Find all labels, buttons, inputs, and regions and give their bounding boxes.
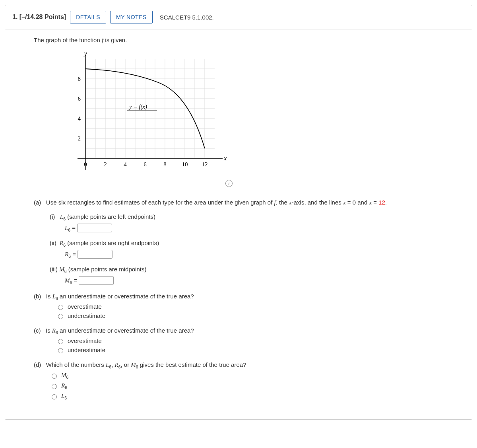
svg-text:6: 6 <box>78 95 81 102</box>
c-under-radio[interactable] <box>58 348 63 353</box>
part-a-text: Use six rectangles to find estimates of … <box>46 199 387 206</box>
b-under-radio[interactable] <box>58 314 63 319</box>
part-a: (a) Use six rectangles to find estimates… <box>34 199 461 285</box>
svg-text:4: 4 <box>78 115 81 122</box>
question-number: 1. [–/14.28 Points] <box>12 14 66 21</box>
c-under-label: underestimate <box>68 347 105 353</box>
d-m6-radio[interactable] <box>52 374 57 379</box>
graph-svg: 2 4 6 8 0 2 4 6 8 10 12 y x y = f(x) <box>66 51 233 178</box>
details-button[interactable]: DETAILS <box>70 11 106 23</box>
svg-text:y = f(x): y = f(x) <box>128 103 147 110</box>
svg-text:8: 8 <box>163 161 167 168</box>
graph: 2 4 6 8 0 2 4 6 8 10 12 y x y = f(x) i <box>66 51 461 187</box>
part-a-label: (a) <box>34 199 41 206</box>
svg-text:0: 0 <box>84 161 87 168</box>
subpart-iii: (iii) M6 (sample points are midpoints) M… <box>50 266 461 285</box>
c-over-label: overestimate <box>68 337 102 344</box>
svg-text:10: 10 <box>182 161 188 168</box>
svg-text:8: 8 <box>78 76 81 82</box>
svg-text:2: 2 <box>104 161 107 168</box>
m6-input[interactable] <box>79 276 114 285</box>
source-label: SCALCET9 5.1.002. <box>160 14 214 21</box>
subpart-i: (i) L6 (sample points are left endpoints… <box>50 213 461 232</box>
svg-text:6: 6 <box>143 161 147 168</box>
svg-text:12: 12 <box>202 161 208 168</box>
question-container: 1. [–/14.28 Points] DETAILS MY NOTES SCA… <box>5 5 472 420</box>
c-over-radio[interactable] <box>58 339 63 344</box>
my-notes-button[interactable]: MY NOTES <box>110 11 153 23</box>
b-under-label: underestimate <box>68 312 105 319</box>
b-over-label: overestimate <box>68 303 102 310</box>
part-b: (b) Is L6 an underestimate or overestima… <box>34 293 461 319</box>
d-l6-radio[interactable] <box>52 394 57 399</box>
question-body: The graph of the function f is given. <box>5 29 472 419</box>
svg-text:2: 2 <box>78 135 81 142</box>
svg-text:x: x <box>223 155 227 162</box>
part-d: (d) Which of the numbers L6, R6, or M6 g… <box>34 361 461 400</box>
question-header: 1. [–/14.28 Points] DETAILS MY NOTES SCA… <box>5 5 472 29</box>
subpart-ii: (ii) R6 (sample points are right endpoin… <box>50 240 461 259</box>
svg-text:4: 4 <box>124 161 127 168</box>
d-r6-radio[interactable] <box>52 384 57 389</box>
r6-input[interactable] <box>78 250 112 259</box>
d-m6-label: M6 <box>61 372 68 380</box>
b-over-radio[interactable] <box>58 305 63 310</box>
svg-text:y: y <box>83 51 87 57</box>
part-c: (c) Is R6 an underestimate or overestima… <box>34 327 461 353</box>
l6-input[interactable] <box>77 224 112 232</box>
prompt: The graph of the function f is given. <box>34 37 461 44</box>
d-l6-label: L6 <box>61 392 67 400</box>
info-icon[interactable]: i <box>225 180 233 187</box>
d-r6-label: R6 <box>61 382 67 390</box>
